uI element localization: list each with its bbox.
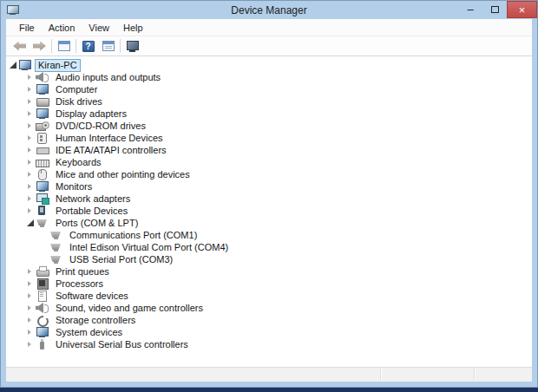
- portable-icon: [36, 206, 49, 216]
- monitor-icon: [36, 181, 49, 192]
- properties-button[interactable]: [98, 37, 118, 56]
- tree-item-audio-inputs-and-outputs[interactable]: Audio inputs and outputs: [6, 71, 532, 83]
- properties-icon: [102, 41, 115, 51]
- tree-item-ports-com-lpt[interactable]: Ports (COM & LPT): [6, 217, 532, 229]
- tree-item-label: Monitors: [52, 180, 95, 193]
- expand-icon[interactable]: [25, 193, 36, 204]
- tree-item-portable-devices[interactable]: Portable Devices: [6, 205, 532, 217]
- tree-item-label: Software devices: [52, 290, 132, 303]
- status-pane-2: [381, 368, 474, 382]
- tree-item-storage-controllers[interactable]: Storage controllers: [6, 314, 532, 326]
- console-tree-button[interactable]: [54, 37, 74, 56]
- minimize-button[interactable]: –: [458, 1, 482, 17]
- tree-item-network-adapters[interactable]: Network adapters: [6, 193, 532, 205]
- expand-icon[interactable]: [25, 181, 36, 192]
- menu-item-action[interactable]: Action: [42, 19, 82, 36]
- tree-item-label: Human Interface Devices: [52, 132, 167, 145]
- scan-icon: [126, 41, 139, 52]
- expand-icon[interactable]: [25, 133, 36, 143]
- close-button[interactable]: ×: [507, 1, 537, 18]
- device-manager-window: Device Manager – × FileActionViewHelp ? …: [0, 0, 538, 388]
- tree-item-kiran-pc[interactable]: Kiran-PC: [6, 59, 532, 71]
- tree-item-software-devices[interactable]: Software devices: [6, 290, 532, 302]
- collapse-icon[interactable]: [25, 218, 36, 228]
- expand-icon[interactable]: [25, 315, 36, 325]
- toolbar-separator: [120, 39, 121, 53]
- tree-item-intel-edison-virtual-com-port-com4[interactable]: Intel Edison Virtual Com Port (COM4): [6, 241, 532, 253]
- expand-icon[interactable]: [25, 169, 36, 180]
- device-tree: Kiran-PCAudio inputs and outputsComputer…: [6, 56, 532, 367]
- tree-item-sound-video-and-game-controllers[interactable]: Sound, video and game controllers: [6, 302, 532, 314]
- expand-icon[interactable]: [25, 339, 36, 350]
- tree-item-label: Universal Serial Bus controllers: [52, 338, 192, 351]
- audio-icon: [36, 72, 49, 82]
- collapse-icon[interactable]: [8, 60, 18, 70]
- tree-item-system-devices[interactable]: System devices: [6, 326, 532, 338]
- window-title: Device Manager: [1, 4, 537, 16]
- expand-icon[interactable]: [25, 206, 36, 216]
- menu-item-help[interactable]: Help: [116, 19, 150, 36]
- tree-item-print-queues[interactable]: Print queues: [6, 265, 532, 278]
- keyboard-icon: [36, 157, 49, 167]
- scan-button[interactable]: [122, 37, 142, 56]
- tree-item-communications-port-com1[interactable]: Communications Port (COM1): [6, 229, 532, 241]
- expand-icon[interactable]: [25, 145, 36, 155]
- tree-item-display-adapters[interactable]: Display adapters: [6, 108, 532, 120]
- tree-item-label: Display adapters: [52, 108, 130, 121]
- expand-icon[interactable]: [25, 121, 36, 131]
- tree-item-label: Sound, video and game controllers: [52, 302, 207, 315]
- system-icon: [36, 327, 49, 337]
- maximize-button[interactable]: [482, 1, 507, 17]
- port-icon: [36, 218, 49, 228]
- back-icon: [13, 42, 26, 51]
- help-button[interactable]: ?: [78, 37, 98, 56]
- expand-icon[interactable]: [25, 303, 36, 313]
- computer-icon: [36, 84, 49, 95]
- tree-item-human-interface-devices[interactable]: Human Interface Devices: [6, 132, 532, 144]
- tree-item-universal-serial-bus-controllers[interactable]: Universal Serial Bus controllers: [6, 338, 532, 350]
- tree-item-label: Mice and other pointing devices: [52, 168, 194, 181]
- printer-icon: [36, 266, 49, 277]
- expand-icon[interactable]: [25, 278, 36, 289]
- toolbar-separator: [75, 39, 76, 53]
- expand-icon[interactable]: [25, 327, 36, 337]
- expand-icon[interactable]: [25, 291, 36, 301]
- tree-item-label: System devices: [52, 326, 126, 339]
- tree-item-dvd-cd-rom-drives[interactable]: DVD/CD-ROM drives: [6, 120, 532, 132]
- expand-icon[interactable]: [25, 266, 36, 277]
- back-button[interactable]: [10, 37, 30, 56]
- menu-item-view[interactable]: View: [82, 19, 116, 36]
- tree-item-label: Disk drives: [52, 95, 106, 108]
- tree-item-keyboards[interactable]: Keyboards: [6, 156, 532, 168]
- tree-item-processors[interactable]: Processors: [6, 278, 532, 290]
- tree-item-label: Kiran-PC: [35, 59, 81, 72]
- forward-icon: [33, 42, 46, 51]
- network-icon: [36, 193, 49, 204]
- cd-drive-icon: [36, 121, 49, 131]
- tree-item-mice-and-other-pointing-devices[interactable]: Mice and other pointing devices: [6, 168, 532, 180]
- ide-icon: [36, 145, 49, 155]
- tree-item-monitors[interactable]: Monitors: [6, 180, 532, 193]
- maximize-icon: [491, 6, 499, 13]
- expand-icon[interactable]: [25, 96, 36, 107]
- forward-button[interactable]: [30, 37, 49, 56]
- tree-item-usb-serial-port-com3[interactable]: USB Serial Port (COM3): [6, 253, 532, 265]
- window-content: FileActionViewHelp ? Kiran-PCAudio input…: [6, 19, 532, 382]
- title-bar: Device Manager – ×: [1, 1, 537, 19]
- tree-item-label: IDE ATA/ATAPI controllers: [52, 144, 170, 157]
- status-pane-main: [6, 368, 380, 382]
- port-icon: [49, 242, 63, 252]
- expand-icon[interactable]: [25, 72, 36, 82]
- tree-item-ide-ata-atapi-controllers[interactable]: IDE ATA/ATAPI controllers: [6, 144, 532, 156]
- expand-icon[interactable]: [25, 157, 36, 167]
- expand-icon[interactable]: [25, 108, 36, 119]
- tree-item-label: USB Serial Port (COM3): [66, 253, 176, 266]
- menu-item-file[interactable]: File: [12, 19, 42, 36]
- tree-item-disk-drives[interactable]: Disk drives: [6, 95, 532, 108]
- expand-icon[interactable]: [25, 84, 36, 95]
- port-icon: [49, 230, 63, 240]
- tree-item-label: DVD/CD-ROM drives: [52, 120, 149, 133]
- tree-item-computer[interactable]: Computer: [6, 83, 532, 95]
- tree-item-label: Intel Edison Virtual Com Port (COM4): [66, 241, 232, 254]
- disk-icon: [36, 96, 49, 107]
